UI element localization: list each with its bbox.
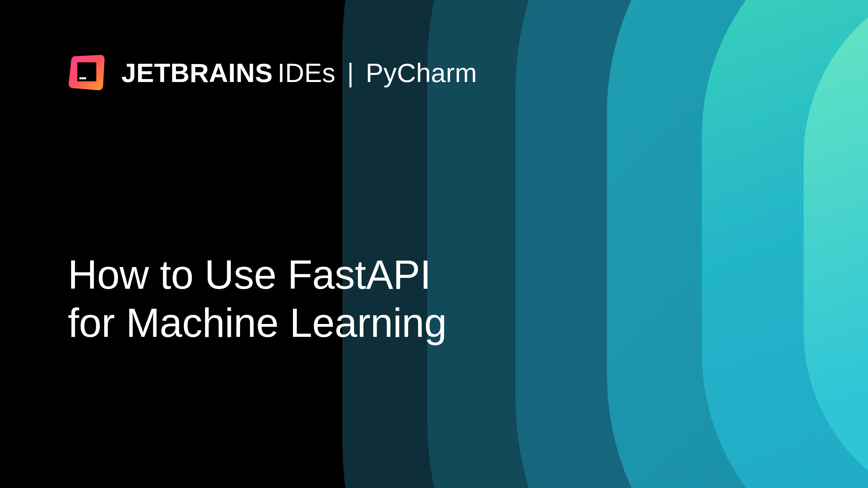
brand-row: JETBRAINS IDEs | PyCharm — [68, 54, 868, 92]
brand-company: JETBRAINS — [121, 60, 273, 86]
brand-suffix: IDEs — [278, 60, 336, 86]
brand-text: JETBRAINS IDEs | PyCharm — [121, 60, 477, 86]
brand-product: PyCharm — [366, 60, 477, 86]
jetbrains-logo-icon — [68, 54, 105, 92]
svg-rect-1 — [79, 77, 86, 79]
headline-line-1: How to Use FastAPI — [68, 252, 431, 297]
brand-separator: | — [347, 60, 354, 86]
headline-line-2: for Machine Learning — [68, 300, 447, 345]
foreground-content: JETBRAINS IDEs | PyCharm How to Use Fast… — [0, 0, 868, 347]
page-title: How to Use FastAPI for Machine Learning — [68, 251, 868, 347]
